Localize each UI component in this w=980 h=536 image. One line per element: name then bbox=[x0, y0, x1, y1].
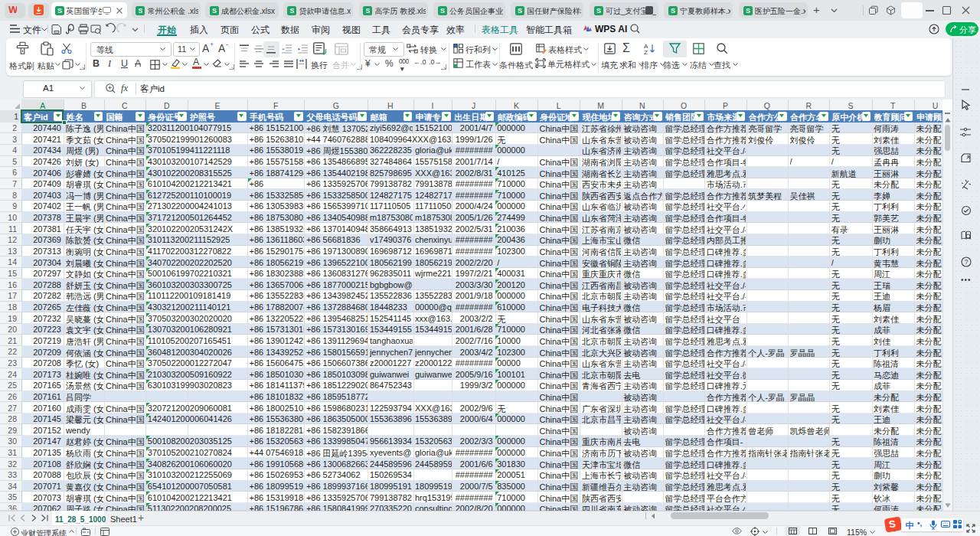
svg-text:?: ? bbox=[965, 258, 969, 266]
svg-text:Z: Z bbox=[644, 49, 648, 56]
